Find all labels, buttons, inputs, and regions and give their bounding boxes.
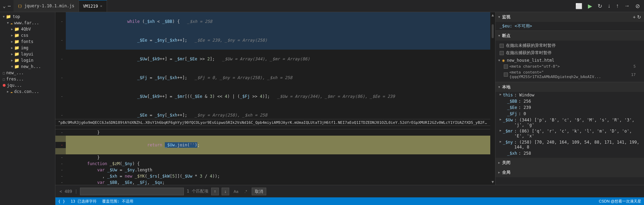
file-item-label-1: <meta charset="utf-8"> (509, 64, 560, 69)
step-icon[interactable]: → (623, 2, 631, 10)
expand-ny[interactable]: ▶ (500, 140, 501, 143)
search-regex-button[interactable]: .* (243, 188, 249, 195)
search-cancel-button[interactable]: 取消 (252, 188, 266, 195)
line-gutter: - (55, 129, 66, 136)
code-line: - var _$BB, _$Ee, _$Fj, _$qx; (55, 179, 490, 185)
file-group-1: ▼ ◉ new_house_list.html <meta charset="u… (495, 57, 644, 80)
sidebar-label-css: css (21, 33, 28, 38)
line-gutter: - (55, 18, 66, 25)
resume-icon[interactable]: ▶ (587, 2, 593, 10)
file-group-header-1[interactable]: ▼ ◉ new_house_list.html (495, 57, 644, 63)
step-out-icon[interactable]: ↑ (615, 2, 620, 10)
tab-vm1219[interactable]: VM1219 × (79, 0, 107, 12)
step-into-icon[interactable]: ↓ (606, 2, 612, 10)
checkbox-2[interactable] (500, 51, 504, 55)
collapse-bp-icon[interactable]: ▼ (498, 34, 500, 37)
status-selection: 13 已选择字符 (71, 199, 97, 204)
tab-close-button[interactable]: × (100, 4, 102, 8)
checkbox-f1i2[interactable] (504, 72, 508, 77)
code-scroll-lower[interactable]: - } - return _$Uw.join(''); (55, 129, 490, 185)
folder-icon-layui: 📁 (14, 52, 19, 57)
locals-ny: ▶ _$ny : (258) [70, 240, 164, 109, 54, 8… (495, 139, 644, 150)
tri-right-closed[interactable]: ▶ (498, 161, 500, 164)
wide-string-content: "pBc9MsR3jg6o9mQECC6JaSDN189tAYdXNZhL.X0… (55, 120, 490, 125)
locals-val-xh: : 258 (519, 151, 531, 156)
h-scrollbar[interactable] (55, 126, 490, 129)
line-content: } (66, 129, 490, 136)
search-next-button[interactable]: ↓ (222, 188, 229, 195)
sidebar-label: 4QbV (21, 27, 31, 32)
sidebar-item-css[interactable]: ▶ 📁 css (0, 32, 55, 39)
line-gutter: - (55, 56, 66, 62)
right-panel: ▼ 监视 + ↻ _$eu: <不可用> (495, 12, 644, 185)
collapse-watch-icon[interactable]: ▼ (498, 15, 500, 19)
file-icon-1: ◉ (502, 58, 504, 63)
chevron-down-icon[interactable]: ⌄ (3, 3, 6, 9)
step-over-icon[interactable]: ↻ (596, 2, 603, 10)
screen-cast-icon[interactable]: ⬜ (574, 2, 584, 10)
locals-key-ny: _$ny (503, 140, 513, 145)
expand-this[interactable]: ▶ (500, 93, 501, 96)
line-content: _$Ee = _$ny[_$xh++]; _$Ee = 239, _$ny = … (66, 31, 490, 50)
code-scroll[interactable]: - while (_$xh < _$BB) { _$xh = 258 - _$E… (55, 12, 490, 119)
watch-refresh-button[interactable]: ↻ (637, 14, 641, 20)
sidebar-item-layui[interactable]: ▶ 📁 layui (0, 51, 55, 57)
locals-uw: ▶ _$Uw : (344) ['p', 'B', 'c', '9', 'M',… (495, 117, 644, 128)
locals-label: 本地 (502, 84, 510, 90)
line-gutter-bp: - (55, 142, 66, 148)
sidebar-item-top[interactable]: ▼ 📁 top (0, 14, 55, 20)
expand-mr[interactable]: ▶ (500, 129, 501, 132)
closed-header: ▶ 关闭 (495, 158, 644, 168)
checkbox-1[interactable] (500, 44, 504, 48)
tri-right-layui: ▶ (11, 52, 13, 56)
tab-jquery[interactable]: {} jquery-1.10.1.min.js (14, 0, 79, 12)
sidebar-item-new-file[interactable]: □ new_... (0, 70, 55, 76)
sidebar-item-fres[interactable]: □ fres... (0, 76, 55, 82)
search-prev-button[interactable]: ↑ (211, 188, 219, 195)
sidebar-item-dcs[interactable]: ▶ ☁ dcs.con... (0, 88, 55, 95)
folder-icon-img: 📁 (14, 45, 19, 50)
search-input[interactable] (80, 188, 184, 195)
watch-add-button[interactable]: + (633, 14, 636, 20)
closed-title: ▶ 关闭 (498, 160, 510, 166)
sidebar-item-img[interactable]: ▶ 📁 img (0, 45, 55, 51)
file-group-item-1[interactable]: <meta charset="utf-8"> 5 (495, 63, 644, 69)
more-options-icon[interactable]: ⋯ (8, 3, 10, 9)
sidebar-label-newh: new_h... (21, 64, 41, 69)
line-content: function _$zM(_$ny) { (66, 161, 490, 167)
sidebar-item-www[interactable]: ▼ ☁ www.far... (0, 20, 55, 26)
locals-key-mr: _$mr (503, 129, 513, 134)
breakpoints-section: ▼ 断点 在抛出未捕获的异常时暂停 在抛出捕获的异常时暂停 (495, 31, 644, 82)
tab-label: jquery-1.10.1.min.js (24, 3, 74, 8)
file-group-item-2[interactable]: <meta content="{qqqYM25Sr1TVZaAMbARDgiat… (495, 69, 644, 80)
sidebar-item-jqu[interactable]: jqu... (0, 82, 55, 88)
code-line: - while (_$xh < _$BB) { _$xh = 258 (55, 12, 490, 31)
scroll-down-icon[interactable]: ▼ (492, 180, 494, 184)
code-line: - var _$Uw = _$ny.length (55, 167, 490, 173)
locals-val-ee: : 239 (519, 105, 531, 110)
search-case-button[interactable]: Aa (232, 188, 240, 195)
sidebar-item-4qbv[interactable]: ▶ 📁 4QbV (0, 26, 55, 32)
sidebar-item-login[interactable]: ▶ 📁 login (0, 57, 55, 63)
scroll-thumb[interactable] (492, 24, 494, 38)
code-lines-upper: - while (_$xh < _$BB) { _$xh = 258 - _$E… (55, 12, 490, 119)
code-line: - } (55, 129, 490, 136)
line-content: var _$BB, _$Ee, _$Fj, _$qx; (66, 179, 490, 185)
scroll-up-icon[interactable]: ▲ (492, 13, 494, 17)
breakpoint-item-1: 在抛出未捕获的异常时暂停 (495, 42, 644, 49)
code-line: - _$Uw[_$k9++] = _$mr[((_$Ee & 3) << 4) … (55, 87, 490, 106)
tri-right-global[interactable]: ▶ (498, 171, 500, 174)
tri-right-fonts: ▶ (11, 40, 13, 43)
expand-uw[interactable]: ▶ (500, 118, 501, 121)
line-gutter: - (55, 167, 66, 173)
collapse-locals-icon[interactable]: ▼ (498, 85, 500, 89)
checkbox-f1i1[interactable] (504, 65, 508, 69)
editor-vscroll[interactable]: ▲ ▼ (490, 12, 495, 185)
locals-key-xh: _$xh (500, 151, 517, 156)
locals-val-mr: : (86) ['q', 'r', 'c', 'k', 'l', 'm', 'D… (514, 129, 640, 138)
top-bar-left: ⌄ ⋯ (3, 3, 11, 9)
sidebar-item-newh[interactable]: ▼ 📁 new_h... (0, 63, 55, 70)
tri-right-login: ▶ (11, 59, 13, 62)
sidebar-item-fonts[interactable]: ▶ 📁 fonts (0, 39, 55, 45)
deactivate-icon[interactable]: ⊘ (634, 2, 641, 10)
